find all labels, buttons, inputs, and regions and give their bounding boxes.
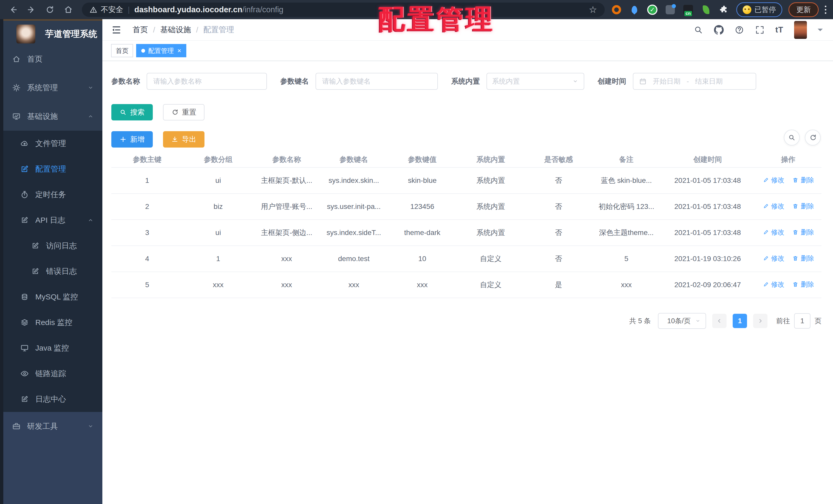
param-key-label: 参数键名 [280, 76, 309, 86]
cn-badge-extension-icon[interactable]: cn [683, 4, 694, 15]
grey-cube-extension-icon[interactable] [665, 4, 676, 15]
edit-link[interactable]: 修改 [762, 280, 784, 289]
tool-icon [12, 422, 21, 431]
refresh-icon [809, 134, 817, 142]
sidebar-item-infra-2[interactable]: 基础设施 [0, 102, 102, 131]
cell-remark: 5 [592, 246, 660, 272]
font-size-icon[interactable]: tT [776, 25, 783, 34]
cell-actions: 修改删除 [755, 194, 822, 220]
sidebar-item-gear-1[interactable]: 系统管理 [0, 73, 102, 102]
security-label: 不安全 [101, 5, 123, 15]
sidebar-item-edit-4[interactable]: 配置管理 [0, 156, 102, 182]
plus-icon [120, 136, 127, 143]
breadcrumb-infra[interactable]: 基础设施 [160, 25, 191, 35]
edit-link[interactable]: 修改 [762, 254, 784, 263]
collapse-sidebar-icon[interactable] [111, 25, 122, 35]
cell-value: 123456 [388, 194, 457, 220]
param-key-input[interactable] [315, 73, 438, 90]
home-icon[interactable] [62, 3, 75, 16]
green-check-extension-icon[interactable]: ✓ [647, 4, 658, 15]
page-number-active[interactable]: 1 [733, 314, 747, 328]
blue-pin-extension-icon[interactable] [629, 4, 640, 15]
date-range-picker[interactable]: 开始日期 - 结束日期 [633, 73, 756, 90]
system-builtin-label: 系统内置 [451, 76, 480, 86]
sidebar-item-log-7[interactable]: 访问日志 [0, 233, 102, 258]
sidebar-menu: 首页 系统管理 基础设施 [0, 45, 102, 131]
reload-icon[interactable] [44, 3, 56, 16]
sidebar-item-home-0[interactable]: 首页 [0, 45, 102, 73]
browser-update-button[interactable]: 更新 [788, 2, 819, 17]
paused-badge[interactable]: 已暂停 [736, 2, 782, 17]
reset-button[interactable]: 重置 [163, 104, 205, 121]
url-bar[interactable]: 不安全 | dashboard.yudao.iocoder.cn /infra/… [82, 3, 605, 17]
system-builtin-select[interactable]: 系统内置 [486, 73, 584, 90]
cell-remark: 蓝色 skin-blue... [592, 168, 660, 194]
delete-link[interactable]: 删除 [792, 280, 814, 289]
back-icon[interactable] [7, 3, 20, 16]
cell-sensitive: 否 [525, 194, 592, 220]
calendar-icon [639, 77, 647, 85]
browser-menu-icon[interactable] [825, 6, 826, 14]
edit-link[interactable]: 修改 [762, 228, 784, 237]
sidebar-item-eye-12[interactable]: 链路追踪 [0, 361, 102, 386]
github-icon[interactable] [714, 25, 724, 35]
cell-group: 1 [183, 246, 253, 272]
sidebar-item-log-6[interactable]: API 日志 [0, 207, 102, 233]
sidebar-item-java-11[interactable]: Java 监控 [0, 335, 102, 361]
column-header-created: 创建时间 [660, 152, 755, 168]
param-name-input[interactable] [147, 73, 267, 90]
prev-page-button[interactable] [712, 314, 727, 328]
sidebar-logo[interactable]: 芋道管理系统 [0, 19, 102, 45]
chevron-left-icon [716, 318, 722, 324]
app-title: 芋道管理系统 [45, 28, 97, 40]
help-icon[interactable] [735, 25, 744, 35]
tab-close-icon[interactable]: × [177, 47, 181, 54]
sidebar-item-timer-5[interactable]: 定时任务 [0, 182, 102, 207]
next-page-button[interactable] [753, 314, 767, 328]
cell-id: 4 [111, 246, 183, 272]
delete-link[interactable]: 删除 [792, 176, 814, 185]
caret-down-icon[interactable] [818, 29, 823, 34]
cell-key: sys.index.sideT... [320, 220, 388, 246]
forward-icon[interactable] [25, 3, 38, 16]
user-avatar[interactable] [794, 21, 807, 39]
fullscreen-icon[interactable] [755, 25, 765, 35]
sidebar-item-redis-10[interactable]: Redis 监控 [0, 310, 102, 335]
goto-label: 前往 [776, 316, 790, 326]
column-header-value: 参数键值 [388, 152, 457, 168]
cell-remark: 初始化密码 123... [592, 194, 660, 220]
redis-icon [20, 318, 29, 327]
tab-home[interactable]: 首页 [111, 44, 133, 57]
sidebar-item-cloud-3[interactable]: 文件管理 [0, 131, 102, 156]
orange-ring-extension-icon[interactable] [611, 4, 622, 15]
cell-id: 3 [111, 220, 183, 246]
search-icon[interactable] [693, 25, 703, 35]
delete-link[interactable]: 删除 [792, 254, 814, 263]
tab-config[interactable]: 配置管理 × [136, 44, 186, 57]
export-button[interactable]: 导出 [163, 131, 205, 148]
add-button[interactable]: 新增 [111, 131, 153, 148]
sidebar-item-mysql-9[interactable]: MySQL 监控 [0, 284, 102, 310]
toggle-search-button[interactable] [784, 130, 800, 146]
sidebar-item-log-13[interactable]: 日志中心 [0, 386, 102, 412]
bookmark-star-icon[interactable]: ☆ [589, 4, 597, 15]
search-button[interactable]: 搜索 [111, 104, 153, 121]
sidebar-item-tool-14[interactable]: 研发工具 [0, 412, 102, 440]
cell-value: skin-blue [388, 168, 457, 194]
breadcrumb-home[interactable]: 首页 [133, 25, 148, 35]
green-leaf-extension-icon[interactable] [700, 4, 712, 15]
refresh-table-button[interactable] [805, 130, 821, 146]
edit-link[interactable]: 修改 [762, 176, 784, 185]
column-header-remark: 备注 [592, 152, 660, 168]
delete-link[interactable]: 删除 [792, 228, 814, 237]
delete-link[interactable]: 删除 [792, 202, 814, 211]
cell-type: 系统内置 [457, 194, 525, 220]
sidebar-item-log-8[interactable]: 错误日志 [0, 258, 102, 284]
puzzle-extension-icon[interactable] [718, 4, 730, 15]
cell-sensitive: 否 [525, 168, 592, 194]
goto-page-input[interactable] [794, 313, 810, 329]
table-row: 41xxxdemo.test10自定义否52021-01-19 03:10:26… [111, 246, 822, 272]
refresh-icon [171, 109, 178, 116]
edit-link[interactable]: 修改 [762, 202, 784, 211]
page-size-select[interactable]: 10条/页 [658, 313, 706, 329]
